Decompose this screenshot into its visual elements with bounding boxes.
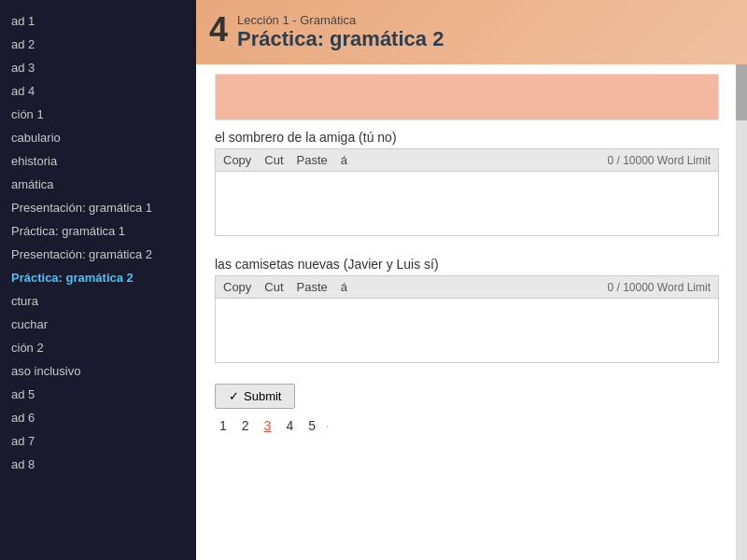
question2-paste-btn[interactable]: Paste: [297, 280, 328, 294]
header-text: Lección 1 - Gramática Práctica: gramátic…: [237, 13, 444, 51]
page-3[interactable]: 3: [260, 416, 276, 435]
page-2[interactable]: 2: [237, 416, 254, 435]
question2-answer-input[interactable]: [215, 298, 719, 363]
sidebar-item-caso-inclusivo[interactable]: aso inclusivo: [0, 359, 196, 383]
sidebar-item-practica2[interactable]: Práctica: gramática 2: [0, 266, 196, 289]
sidebar-item-vocabulario[interactable]: cabulario: [0, 126, 196, 149]
lesson-number: 4: [209, 13, 228, 47]
question1-cut-btn[interactable]: Cut: [264, 153, 283, 167]
question2-cut-btn[interactable]: Cut: [264, 280, 283, 294]
question1-toolbar: Copy Cut Paste á 0 / 10000 Word Limit: [215, 148, 719, 171]
sidebar-item-ad6[interactable]: ad 6: [0, 406, 196, 429]
lesson-label: Lección 1 - Gramática: [237, 13, 444, 27]
scrollbar-track[interactable]: [736, 64, 747, 560]
sidebar-item-ad7[interactable]: ad 7: [0, 429, 196, 453]
sidebar-item-gramatica[interactable]: amática: [0, 173, 196, 196]
sidebar-item-ctura[interactable]: ctura: [0, 289, 196, 313]
page-4[interactable]: 4: [281, 416, 298, 435]
sidebar-item-presentacion2[interactable]: Presentación: gramática 2: [0, 243, 196, 266]
question2-prompt: las camisetas nuevas (Javier y Luis sí): [215, 257, 719, 272]
lesson-title: Práctica: gramática 2: [237, 27, 444, 51]
checkmark-icon: ✓: [229, 389, 239, 403]
question2-word-limit: 0 / 10000 Word Limit: [607, 281, 711, 294]
question2-copy-btn[interactable]: Copy: [223, 280, 251, 294]
content-area: el sombrero de la amiga (tú no) Copy Cut…: [196, 64, 747, 560]
sidebar-item-cuchar[interactable]: cuchar: [0, 313, 196, 336]
header: 4 Lección 1 - Gramática Práctica: gramát…: [196, 0, 747, 64]
question1-word-limit: 0 / 10000 Word Limit: [607, 154, 711, 167]
sidebar-item-prehistoria[interactable]: ehistoria: [0, 149, 196, 173]
sidebar-item-cion2[interactable]: ción 2: [0, 336, 196, 359]
pagination: 1 2 3 4 5 ·: [215, 416, 719, 435]
question2-special-char[interactable]: á: [341, 280, 347, 294]
question1-answer-input[interactable]: [215, 171, 719, 236]
scrollbar-thumb[interactable]: [736, 64, 747, 120]
sidebar-item-ad1[interactable]: ad 1: [0, 9, 196, 33]
question2-toolbar: Copy Cut Paste á 0 / 10000 Word Limit: [215, 275, 719, 298]
submit-row: ✓ Submit: [215, 384, 719, 409]
submit-label: Submit: [244, 389, 281, 403]
sidebar-item-ad4[interactable]: ad 4: [0, 79, 196, 103]
question1-copy-btn[interactable]: Copy: [223, 153, 251, 167]
sidebar-item-ad3[interactable]: ad 3: [0, 56, 196, 79]
question1-prompt: el sombrero de la amiga (tú no): [215, 130, 719, 145]
submit-button[interactable]: ✓ Submit: [215, 384, 295, 409]
sidebar-item-ad2[interactable]: ad 2: [0, 33, 196, 56]
main-content: 4 Lección 1 - Gramática Práctica: gramát…: [196, 0, 747, 560]
sidebar: ad 1 ad 2 ad 3 ad 4 ción 1 cabulario ehi…: [0, 0, 196, 560]
page-5[interactable]: 5: [303, 416, 320, 435]
sidebar-item-cion1[interactable]: ción 1: [0, 103, 196, 126]
question1-paste-btn[interactable]: Paste: [297, 153, 328, 167]
sidebar-item-ad8[interactable]: ad 8: [0, 453, 196, 476]
sidebar-item-presentacion1[interactable]: Presentación: gramática 1: [0, 196, 196, 219]
top-question-box: [215, 74, 719, 120]
sidebar-item-practica1[interactable]: Práctica: gramática 1: [0, 219, 196, 243]
page-1[interactable]: 1: [215, 416, 232, 435]
sidebar-item-ad5[interactable]: ad 5: [0, 383, 196, 406]
pagination-dot: ·: [326, 419, 329, 432]
question1-special-char[interactable]: á: [341, 153, 347, 167]
